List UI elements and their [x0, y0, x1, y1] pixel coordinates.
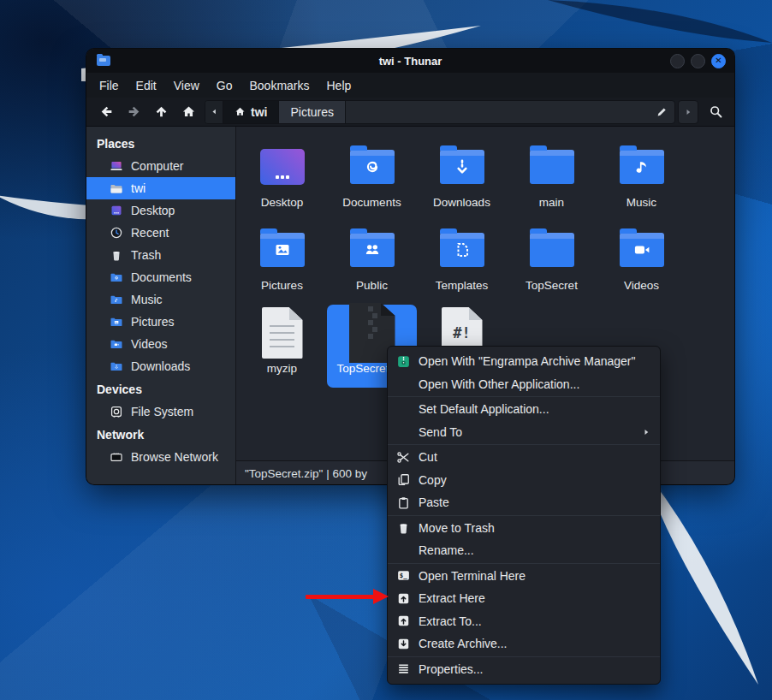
folder-icon [530, 233, 574, 267]
file-label: Downloads [433, 196, 490, 209]
download-emblem-icon [452, 157, 472, 177]
sidebar-item-pictures[interactable]: Pictures [86, 311, 235, 333]
menu-item-label: Cut [419, 450, 651, 464]
path-segment-twi[interactable]: twi [223, 101, 278, 123]
forward-button[interactable] [121, 101, 146, 123]
menu-bookmarks[interactable]: Bookmarks [241, 75, 318, 96]
menu-item-label: Extract Here [419, 591, 651, 605]
sidebar-item-documents[interactable]: Documents [86, 266, 235, 288]
blank-icon [396, 424, 411, 439]
file-pictures[interactable]: Pictures [237, 222, 327, 305]
file-label: Desktop [261, 196, 304, 209]
folder-note-icon [620, 139, 664, 195]
context-menu-item-move-to-trash[interactable]: Move to Trash [388, 517, 660, 540]
sidebar-item-videos[interactable]: Videos [86, 333, 235, 355]
context-menu-item-copy[interactable]: Copy [388, 469, 660, 492]
path-bar[interactable]: twiPictures [205, 100, 675, 124]
sidebar-item-label: Trash [131, 248, 161, 262]
sidebar-item-file-system[interactable]: File System [86, 400, 235, 423]
minimize-button[interactable] [670, 54, 685, 68]
sidebar-item-label: Videos [131, 337, 168, 351]
path-edit-button[interactable] [649, 101, 674, 123]
file-templates[interactable]: Templates [417, 222, 507, 305]
blank-icon [396, 543, 411, 558]
menu-item-label: Open Terminal Here [419, 569, 651, 583]
file-main[interactable]: main [507, 139, 597, 222]
context-menu-item-open-terminal-here[interactable]: $_Open Terminal Here [388, 565, 660, 588]
clipboard-icon [396, 495, 411, 510]
menu-item-label: Properties... [419, 662, 651, 676]
menu-separator [388, 444, 660, 445]
menu-go[interactable]: Go [208, 75, 241, 96]
sidebar-item-downloads[interactable]: Downloads [86, 355, 235, 377]
trash-can-icon [110, 248, 123, 262]
sidebar-item-trash[interactable]: Trash [86, 244, 235, 266]
menu-view[interactable]: View [165, 75, 208, 96]
context-menu-item-cut[interactable]: Cut [388, 446, 660, 469]
menu-separator [388, 656, 660, 657]
sidebar-item-recent[interactable]: Recent [86, 222, 235, 244]
context-menu-item-open-with-other-application[interactable]: Open With Other Application... [388, 373, 660, 396]
context-menu-item-create-archive[interactable]: Create Archive... [388, 632, 660, 656]
folder-people-icon [350, 222, 395, 278]
close-button[interactable]: ✕ [711, 54, 726, 68]
window-controls: ✕ [670, 54, 726, 68]
sidebar-item-browse-network[interactable]: Browse Network [86, 446, 235, 468]
file-music[interactable]: Music [597, 139, 686, 222]
file-label: Music [627, 196, 656, 209]
file-videos[interactable]: Videos [597, 222, 686, 305]
file-documents[interactable]: Documents [327, 139, 417, 222]
sidebar-item-twi[interactable]: twi [86, 177, 235, 199]
menu-item-label: Open With "Engrampa Archive Manager" [419, 354, 651, 368]
drive-icon [110, 405, 123, 418]
pencil-icon [656, 106, 668, 118]
maximize-button[interactable] [691, 54, 705, 68]
file-label: Videos [624, 279, 659, 292]
archive-down-icon [396, 637, 411, 651]
chevron-right-icon [683, 107, 693, 117]
context-menu-item-extract-here[interactable]: Extract Here [388, 587, 660, 610]
path-segment-pictures[interactable]: Pictures [278, 101, 346, 123]
forward-icon [127, 104, 141, 119]
back-button[interactable] [93, 101, 119, 123]
menu-file[interactable]: File [91, 75, 128, 96]
up-button[interactable] [148, 101, 174, 123]
file-label: myzip [267, 362, 297, 375]
file-downloads[interactable]: Downloads [417, 139, 507, 222]
context-menu-item-rename[interactable]: Rename... [388, 539, 660, 562]
sidebar-item-desktop[interactable]: Desktop [86, 199, 235, 222]
file-text-icon [262, 305, 303, 361]
file-myzip[interactable]: myzip [237, 305, 327, 388]
paperclip-emblem-icon [362, 157, 383, 177]
shebang-glyph: #! [442, 324, 483, 341]
sidebar-item-computer[interactable]: Computer [86, 155, 235, 177]
sidebar-item-label: Desktop [131, 204, 175, 217]
zipper-decoration [368, 306, 373, 311]
menu-help[interactable]: Help [318, 75, 360, 96]
path-empty-area[interactable] [346, 101, 649, 123]
folder-icon [620, 150, 664, 184]
context-menu-item-paste[interactable]: Paste [388, 491, 660, 514]
template-emblem-icon [452, 240, 472, 260]
titlebar[interactable]: twi - Thunar ✕ [86, 49, 734, 73]
sidebar-item-music[interactable]: Music [86, 288, 235, 311]
file-topsecret[interactable]: TopSecret [507, 222, 597, 305]
sidebar-item-label: Recent [131, 226, 169, 240]
folder-icon [620, 233, 664, 267]
context-menu-item-open-with-engrampa-archive-manager[interactable]: Open With "Engrampa Archive Manager" [388, 350, 660, 373]
home-button[interactable] [175, 101, 201, 123]
menu-item-label: Extract To... [419, 614, 651, 628]
context-menu-item-send-to[interactable]: Send To [388, 421, 660, 444]
menu-edit[interactable]: Edit [128, 75, 165, 96]
search-button[interactable] [704, 101, 727, 123]
context-menu-item-properties[interactable]: Properties... [388, 658, 660, 681]
context-menu-item-set-default-application[interactable]: Set Default Application... [388, 398, 660, 421]
sidebar-item-label: Downloads [131, 359, 190, 373]
file-desktop[interactable]: Desktop [237, 139, 327, 222]
path-scroll-right-button[interactable] [678, 100, 698, 124]
folder-paperclip-icon [350, 139, 395, 195]
path-scroll-left-button[interactable] [205, 101, 223, 123]
file-public[interactable]: Public [327, 222, 417, 305]
sidebar-item-label: twi [131, 181, 145, 195]
context-menu-item-extract-to[interactable]: Extract To... [388, 610, 660, 633]
